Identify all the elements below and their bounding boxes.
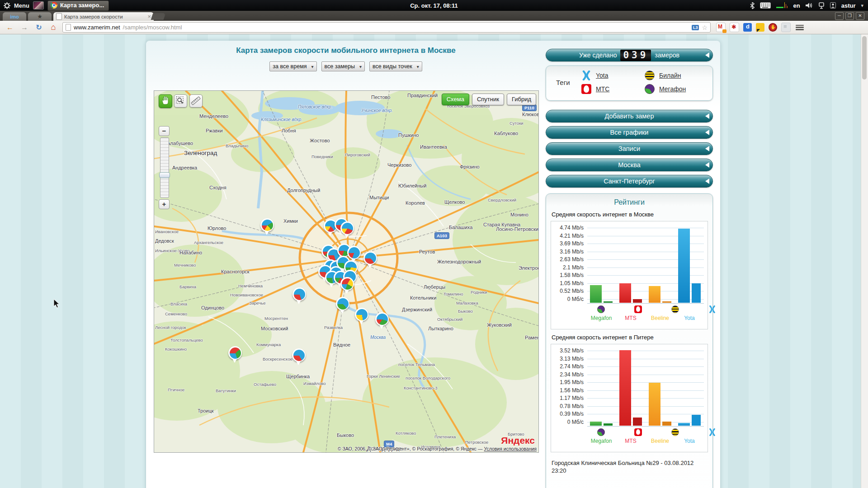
map-place-label: Горки Ленинские	[367, 374, 400, 379]
marker-pie-icon	[262, 220, 273, 231]
home-button[interactable]	[48, 23, 59, 33]
terms-link[interactable]: Условия использования	[484, 446, 537, 451]
map-place-label: Толстопальцево	[170, 338, 203, 343]
map-place-label: Власиха	[170, 301, 187, 306]
window-thumbnail-icon[interactable]	[33, 1, 44, 9]
filter-dropdown[interactable]: все замеры	[321, 61, 365, 71]
zoom-track[interactable]	[160, 137, 169, 198]
map-type-button[interactable]: Гибрид	[507, 94, 536, 105]
map-zoom-slider[interactable]: − +	[159, 126, 170, 209]
map-place-label: Мосрентген	[264, 316, 288, 321]
browser-menu-icon[interactable]	[795, 23, 805, 32]
zoom-in-button[interactable]: +	[159, 199, 170, 209]
map-place-label: Кокошкино	[165, 347, 187, 352]
zoom-handle[interactable]	[159, 172, 170, 178]
map-place-label: Дзержинский	[402, 307, 432, 312]
active-tab[interactable]: Карта замеров скорости ×	[53, 12, 154, 21]
map-pan-tool-button[interactable]	[159, 94, 172, 108]
map-place-label: Томилино	[443, 291, 463, 296]
chart-gridline	[587, 390, 704, 391]
disabled-extension-icon[interactable]	[781, 23, 791, 32]
map-marker[interactable]	[363, 251, 377, 265]
forward-button[interactable]	[19, 23, 30, 33]
volume-icon[interactable]	[806, 2, 813, 9]
taskbar-window-button[interactable]: Карта замеро...	[47, 0, 109, 11]
sidebar-button[interactable]: Записи	[546, 142, 713, 155]
latest-record-link[interactable]: Городская Клиническая Больница №29 - 03.…	[552, 460, 712, 466]
tab-close-icon[interactable]: ×	[147, 14, 151, 19]
display-icon[interactable]	[818, 2, 825, 9]
tag-link-yota[interactable]: Yota	[596, 72, 609, 79]
mail-checker-extension-icon[interactable]	[716, 23, 726, 32]
map-place-label: Новоивановское	[230, 292, 263, 297]
bluetooth-icon[interactable]	[750, 2, 755, 9]
chart-ytick: 0.39 Mb/s	[551, 411, 584, 417]
map-zoom-select-tool-button[interactable]	[174, 94, 187, 108]
url-bar[interactable]: www.zamerim.net /samples/moscow.html L3	[62, 22, 711, 33]
reload-button[interactable]	[33, 23, 44, 33]
map-place-label: Пяловское вдхр.	[298, 104, 332, 109]
map-place-label: Старая Купавна	[483, 222, 520, 227]
map-ruler-tool-button[interactable]	[189, 94, 203, 108]
keyboard-layout-indicator[interactable]: en	[793, 2, 800, 9]
zoom-out-button[interactable]: −	[159, 126, 170, 136]
clock[interactable]: Ср. окт. 17, 08:11	[0, 2, 868, 9]
tag-link-beeline[interactable]: Билайн	[659, 72, 681, 79]
yandex-logo[interactable]: Яндекс	[501, 435, 535, 446]
back-button[interactable]	[5, 23, 15, 33]
map[interactable]: ПестовоПравдинскийпоселок ЗверосовхозКлю…	[154, 90, 539, 453]
sidebar-button[interactable]: Добавить замер	[546, 110, 713, 122]
pinned-tab-imo[interactable]: imo	[3, 12, 26, 21]
sidebar-button[interactable]: Москва	[546, 159, 713, 171]
map-marker[interactable]	[336, 297, 349, 310]
keyboard-icon[interactable]	[760, 2, 771, 9]
new-tab-button[interactable]	[151, 13, 166, 20]
map-place-label: Пироговский	[345, 152, 370, 157]
map-place-label: Андреевка	[172, 165, 197, 170]
adblock-extension-icon[interactable]	[769, 23, 777, 32]
chart-bar-download	[619, 283, 631, 303]
road-badge: А103	[434, 232, 449, 239]
chart-ytick: 0.52 Mb/s	[551, 288, 584, 294]
system-load-applet-icon[interactable]	[776, 2, 788, 9]
map-marker[interactable]	[355, 308, 368, 321]
map-marker[interactable]	[347, 246, 361, 259]
delicious-extension-icon[interactable]	[743, 23, 752, 32]
window-close-button[interactable]: ✕	[856, 12, 864, 20]
window-maximize-button[interactable]: ❐	[845, 12, 854, 20]
chart-ytick: 0 Мб/с	[551, 419, 584, 425]
session-caret-icon[interactable]: ▾	[861, 3, 863, 9]
map-marker[interactable]	[260, 218, 274, 232]
menu-label[interactable]: Menu	[14, 2, 29, 9]
map-place-label: Учинское вдхр.	[361, 108, 393, 113]
pinned-tab-star[interactable]	[28, 12, 52, 21]
bookmark-star-icon[interactable]	[702, 23, 708, 32]
chart-gridline	[587, 228, 704, 228]
marker-pie-icon	[356, 309, 368, 320]
filter-dropdown[interactable]: за все время	[269, 61, 316, 71]
map-marker[interactable]	[228, 346, 242, 360]
map-marker[interactable]	[375, 312, 389, 326]
tag-link-megafon[interactable]: Мегафон	[659, 85, 686, 93]
chart-ytick: 4.74 Mb/s	[551, 225, 584, 231]
map-place-label: Барвиха	[179, 284, 196, 289]
tag-link-mts[interactable]: МТС	[596, 85, 609, 93]
sidebar-button[interactable]: Санкт-Петербург	[546, 175, 713, 188]
map-marker[interactable]	[340, 221, 354, 235]
page-scrollbar[interactable]	[861, 34, 868, 488]
username-label[interactable]: astur	[841, 2, 856, 9]
map-marker[interactable]	[340, 277, 354, 291]
map-place-label: Раменское	[525, 335, 539, 340]
scrollbar-thumb[interactable]	[862, 36, 867, 80]
window-minimize-button[interactable]: ─	[835, 12, 844, 20]
map-marker[interactable]	[292, 348, 306, 362]
lastpass-extension-icon[interactable]	[730, 23, 739, 32]
sidebar-button[interactable]: Все графики	[546, 126, 713, 139]
page-action-extension-icon[interactable]: L3	[692, 25, 699, 30]
map-type-button[interactable]: Схема	[442, 94, 469, 105]
map-type-button[interactable]: Спутник	[472, 94, 504, 105]
menu-gear-icon[interactable]	[4, 2, 10, 9]
map-marker[interactable]	[292, 287, 306, 301]
yellow-extension-icon[interactable]	[756, 23, 764, 32]
filter-dropdown[interactable]: все виды точек	[369, 61, 422, 71]
